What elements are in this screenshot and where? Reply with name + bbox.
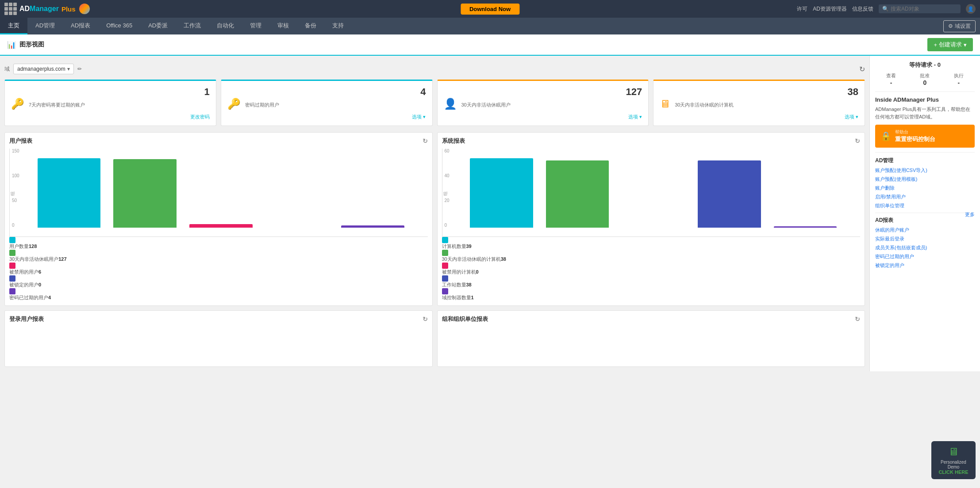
- ad-mgmt-link-0[interactable]: 账户预配(使用CSV导入): [875, 167, 975, 174]
- nav-item-automation[interactable]: 自动化: [209, 18, 242, 34]
- nav-item-support[interactable]: 支持: [324, 18, 352, 34]
- pending-grid: 查看 - 批准 0 执行 -: [875, 72, 975, 86]
- nav-item-ad-reports[interactable]: AD报表: [63, 18, 98, 34]
- edit-icon[interactable]: ✏: [77, 66, 82, 72]
- ad-mgmt-link-3[interactable]: 启用/禁用用户: [875, 194, 975, 200]
- legend-row-0: 用户数量128: [9, 237, 428, 250]
- legend-value-0: 128: [29, 244, 37, 249]
- legend-row-4: 域控制器数量1: [442, 288, 861, 301]
- ad-mgmt-link-2[interactable]: 账户删除: [875, 185, 975, 191]
- ad-mgmt-link-1[interactable]: 账户预配(使用模板): [875, 176, 975, 183]
- computer-sleep-icon: 🖥: [660, 98, 670, 110]
- user-avatar[interactable]: 👤: [966, 4, 976, 14]
- settings-icon: ⚙: [948, 23, 953, 29]
- search-box[interactable]: 🔍: [879, 4, 961, 13]
- legend-value-0: 39: [466, 244, 472, 249]
- ad-reports-link-2[interactable]: 成员关系(包括嵌套成员): [875, 244, 975, 251]
- group-chart-placeholder: [442, 327, 861, 362]
- nav-item-manage[interactable]: 管理: [242, 18, 269, 34]
- chevron-down-icon: ▾: [67, 66, 70, 72]
- nav-item-office365[interactable]: Office 365: [98, 18, 140, 34]
- chart-bar-0: [32, 157, 106, 228]
- search-input[interactable]: [891, 6, 957, 12]
- legend-color-0: [442, 237, 448, 243]
- domain-settings-button[interactable]: ⚙ 域设置: [943, 20, 976, 32]
- download-button[interactable]: Download Now: [461, 4, 519, 15]
- login-report-header: 登录用户报表 ↻: [9, 315, 428, 323]
- domain-select[interactable]: admanagerplus.com ▾: [13, 64, 74, 74]
- page-header-right: + 创建请求 ▾: [927, 38, 973, 51]
- helpdesk-button[interactable]: 🔒 帮助台 重置密码控制台: [875, 125, 975, 148]
- system-report-legend: 计算机数量3930天内非活动休眠的计算机38被禁用的计算机0工作站数量38域控制…: [442, 237, 861, 301]
- stat-label-4: 30天内非活动休眠的计算机: [675, 102, 734, 108]
- charts-grid: 用户报表 ↻ 150 100 50 0 组 用户数量12830天内非活动休眠用户…: [4, 132, 865, 306]
- legend-row-1: 30天内非活动休眠用户127: [9, 250, 428, 263]
- group-report-refresh-icon[interactable]: ↻: [855, 316, 860, 323]
- ad-reports-link-3[interactable]: 密码已过期的用户: [875, 253, 975, 260]
- user-chart-y-labels: 150 100 50 0: [12, 149, 19, 228]
- ad-reports-link-4[interactable]: 被锁定的用户: [875, 262, 975, 269]
- bar-fill-4: [341, 225, 404, 228]
- legend-color-1: [9, 250, 15, 256]
- legend-value-1: 127: [58, 256, 66, 262]
- legend-color-3: [442, 275, 448, 282]
- logo-text: ADManager: [19, 5, 59, 13]
- legend-label-0: 用户数量: [9, 244, 29, 249]
- options-link-4[interactable]: 选项 ▾: [845, 114, 858, 119]
- user-report-refresh-icon[interactable]: ↻: [423, 137, 428, 145]
- user-report-title: 用户报表: [9, 137, 32, 145]
- system-report-refresh-icon[interactable]: ↻: [855, 137, 860, 145]
- search-icon: 🔍: [882, 6, 889, 12]
- change-password-link[interactable]: 更改密码: [190, 114, 210, 119]
- login-chart-placeholder: [9, 327, 428, 362]
- login-report-refresh-icon[interactable]: ↻: [423, 316, 428, 323]
- bar-fill-3: [698, 160, 761, 228]
- stat-number-4: 38: [660, 86, 858, 98]
- chart-bar-3: [692, 157, 767, 228]
- chart-bar-1: [540, 157, 615, 228]
- stat-footer-1: 更改密码: [11, 114, 210, 120]
- nav-item-home[interactable]: 主页: [0, 18, 27, 34]
- main-content: 域 admanagerplus.com ▾ ✏ ↻ 1 🔑 7天内密码将要过期的…: [0, 56, 869, 371]
- logo-plus: Plus: [61, 5, 76, 13]
- license-link[interactable]: 许可: [797, 5, 807, 13]
- refresh-icon[interactable]: ↻: [859, 65, 865, 73]
- nav-item-backup[interactable]: 备份: [297, 18, 324, 34]
- chart-bar-0: [465, 157, 539, 228]
- ad-reports-link-0[interactable]: 休眠的用户账户: [875, 227, 975, 233]
- nav-item-audit[interactable]: 审核: [269, 18, 297, 34]
- pending-approve: 批准 0: [909, 72, 941, 86]
- grid-icon: [4, 3, 17, 15]
- stat-card-inactive-users: 127 👤 30天内非活动休眠用户 选项 ▾: [437, 80, 649, 126]
- legend-value-1: 38: [501, 256, 506, 262]
- key-icon-1: 🔑: [11, 98, 24, 110]
- options-link-3[interactable]: 选项 ▾: [628, 114, 642, 119]
- nav-item-workflow[interactable]: 工作流: [176, 18, 209, 34]
- ad-explorer-link[interactable]: AD资源管理器: [813, 5, 847, 13]
- legend-value-2: 0: [476, 269, 479, 274]
- legend-value-3: 0: [38, 282, 41, 287]
- bar-fill-2: [189, 224, 253, 228]
- legend-label-1: 30天内非活动休眠用户: [9, 256, 58, 262]
- chart-bar-2: [184, 157, 258, 228]
- system-chart-y-labels: 60 40 20 0: [445, 149, 450, 228]
- inside-title: Inside ADManager Plus: [875, 96, 975, 103]
- feedback-link[interactable]: 信息反馈: [852, 5, 873, 13]
- page-title: 图形视图: [19, 41, 44, 49]
- nav-item-ad-mgmt[interactable]: AD管理: [27, 18, 63, 34]
- ad-mgmt-link-4[interactable]: 组织单位管理: [875, 202, 975, 209]
- stat-label-2: 密码过期的用户: [245, 102, 279, 108]
- nav-item-ad-delegate[interactable]: AD委派: [140, 18, 176, 34]
- lock-icon: 🔒: [880, 131, 892, 141]
- legend-color-2: [442, 263, 448, 269]
- ad-reports-link-1[interactable]: 实际最后登录: [875, 236, 975, 242]
- create-request-button[interactable]: + 创建请求 ▾: [927, 38, 973, 51]
- user-chart-y-axis-label: 组: [10, 191, 16, 196]
- chart-bar-4: [336, 157, 410, 228]
- legend-label-0: 计算机数量: [442, 244, 466, 249]
- system-chart-y-axis-label: 组: [442, 191, 449, 196]
- options-link-2[interactable]: 选项 ▾: [412, 114, 426, 119]
- user-report-chart: 150 100 50 0 组: [9, 149, 428, 237]
- legend-value-4: 1: [471, 295, 474, 300]
- ad-mgmt-more-link[interactable]: 更多: [965, 211, 975, 218]
